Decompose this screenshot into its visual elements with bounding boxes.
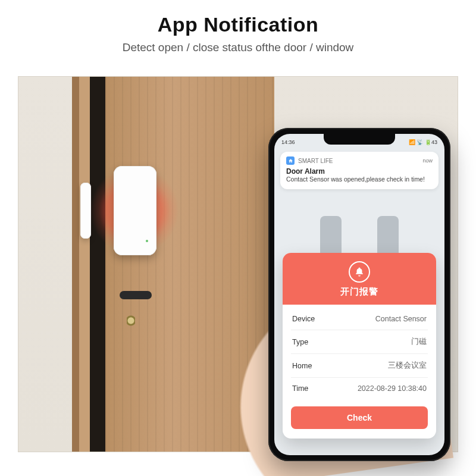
check-button[interactable]: Check [291,406,428,429]
detail-key: Home [292,362,312,370]
sensor-magnet [80,183,91,239]
smart-life-app-icon [286,156,295,165]
detail-key: Device [292,315,315,323]
phone-screen: 14:36 📶 📡 🔋43 SMART LIFE now Door Alarm … [274,134,444,455]
detail-row-device: Device Contact Sensor [291,308,428,330]
page-subtitle: Detect open / close status ofthe door / … [0,41,476,54]
phone-notch [324,134,395,145]
detail-key: Type [292,338,308,346]
detail-key: Time [292,384,308,393]
alarm-card: 开门报警 Device Contact Sensor Type 门磁 Home [283,253,436,439]
door-lock [127,315,135,328]
sensor-body [114,166,156,255]
push-notification[interactable]: SMART LIFE now Door Alarm Contact Sensor… [280,152,439,189]
alarm-card-title: 开门报警 [283,286,436,298]
detail-row-time: Time 2022-08-29 10:38:40 [291,378,428,399]
door-gap [90,77,105,452]
detail-value: 三楼会议室 [388,361,427,371]
push-body: Contact Sensor was opened,please check i… [286,176,433,183]
detail-value: 2022-08-29 10:38:40 [358,384,427,393]
bell-icon [349,261,370,283]
detail-value: Contact Sensor [375,315,427,323]
push-app-name: SMART LIFE [298,158,333,164]
status-icons: 📶 📡 🔋43 [409,139,437,145]
push-time: now [422,158,433,164]
door-handle [120,291,152,299]
status-time: 14:36 [281,139,295,145]
alarm-card-header: 开门报警 [283,253,436,305]
alarm-details: Device Contact Sensor Type 门磁 Home 三楼会议室 [283,305,436,399]
phone-mockup: 14:36 📶 📡 🔋43 SMART LIFE now Door Alarm … [268,128,450,461]
page-title: App Notification [0,13,476,36]
detail-value: 门磁 [411,337,427,347]
product-scene: 14:36 📶 📡 🔋43 SMART LIFE now Door Alarm … [18,76,458,452]
detail-row-home: Home 三楼会议室 [291,354,428,378]
detail-row-type: Type 门磁 [291,330,428,354]
push-title: Door Alarm [286,167,433,176]
